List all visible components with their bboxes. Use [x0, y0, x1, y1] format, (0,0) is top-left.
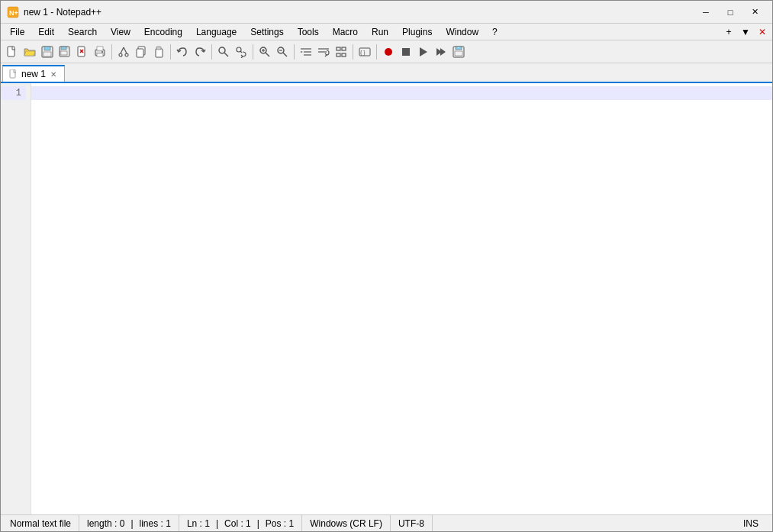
close-file-button[interactable]: [74, 44, 91, 60]
tab-file-icon: [9, 69, 18, 79]
find-button[interactable]: [215, 44, 232, 60]
macro-save-button[interactable]: [450, 44, 467, 60]
svg-rect-22: [137, 49, 143, 57]
editor-area[interactable]: [31, 83, 772, 514]
menu-edit[interactable]: Edit: [32, 24, 60, 40]
status-encoding: UTF-8: [391, 515, 433, 531]
close-file-icon: [76, 46, 89, 58]
toolbar-separator-2: [170, 44, 171, 60]
svg-line-28: [240, 51, 242, 53]
svg-line-19: [121, 47, 124, 53]
tab-close-button[interactable]: ✕: [49, 69, 58, 79]
svg-line-26: [224, 53, 228, 56]
svg-rect-23: [156, 49, 163, 57]
menu-search[interactable]: Search: [62, 24, 103, 40]
svg-point-17: [119, 53, 122, 56]
find-replace-button[interactable]: [233, 44, 250, 60]
stop-icon: [400, 46, 412, 58]
print-button[interactable]: [92, 44, 108, 60]
svg-rect-2: [8, 47, 14, 56]
svg-point-16: [101, 51, 103, 53]
status-length-lines: length : 0 | lines : 1: [79, 515, 179, 531]
lang-icon: { }: [359, 46, 371, 58]
cut-icon: [118, 46, 130, 58]
svg-rect-43: [337, 53, 340, 56]
minimize-button[interactable]: ─: [694, 5, 717, 20]
svg-rect-44: [342, 53, 346, 56]
macro-run-button[interactable]: [433, 44, 449, 60]
svg-marker-49: [420, 47, 427, 56]
tab-label: new 1: [21, 69, 46, 79]
svg-rect-56: [10, 69, 15, 78]
svg-rect-5: [43, 52, 51, 56]
copy-icon: [135, 46, 147, 58]
title-left: N+ new 1 - Notepad++: [7, 6, 101, 18]
zoom-out-button[interactable]: [274, 44, 291, 60]
add-tab-button[interactable]: +: [722, 25, 736, 39]
menu-view[interactable]: View: [105, 24, 137, 40]
macro-stop-button[interactable]: [398, 44, 414, 60]
toolbar-separator-1: [111, 44, 112, 60]
copy-button[interactable]: [133, 44, 150, 60]
svg-rect-48: [402, 48, 410, 56]
title-controls: ─ □ ✕: [694, 5, 766, 20]
editor-container: 1: [1, 83, 772, 514]
toolbar-separator-6: [353, 44, 353, 60]
save-button[interactable]: [39, 44, 56, 60]
title-bar: N+ new 1 - Notepad++ ─ □ ✕: [1, 1, 772, 24]
redo-icon: [194, 46, 206, 58]
find-replace-icon: [235, 46, 247, 58]
menu-file[interactable]: File: [4, 24, 31, 40]
menu-bar: File Edit Search View Encoding Language …: [1, 24, 772, 40]
cursor-line-highlight: [31, 86, 772, 100]
tab-bar: new 1 ✕: [1, 63, 772, 83]
cut-button[interactable]: [115, 44, 132, 60]
close-tab-x-button[interactable]: ✕: [755, 25, 769, 39]
undo-button[interactable]: [174, 44, 191, 60]
status-ins: INS: [736, 515, 766, 531]
menu-encoding[interactable]: Encoding: [138, 24, 188, 40]
menu-settings[interactable]: Settings: [244, 24, 289, 40]
focus-button[interactable]: [333, 44, 349, 60]
menu-macro[interactable]: Macro: [327, 24, 364, 40]
save-all-button[interactable]: [56, 44, 73, 60]
menu-run[interactable]: Run: [366, 24, 395, 40]
line-number-1: 1: [1, 86, 26, 100]
app-icon: N+: [7, 6, 19, 18]
open-file-button[interactable]: [21, 44, 38, 60]
new-file-button[interactable]: [4, 44, 21, 60]
svg-rect-54: [455, 51, 462, 56]
wrap-icon: [317, 46, 330, 58]
svg-rect-8: [60, 51, 67, 55]
open-file-icon: [24, 46, 36, 58]
tab-new1[interactable]: new 1 ✕: [2, 65, 65, 82]
menu-help[interactable]: ?: [486, 24, 504, 40]
tab-list-button[interactable]: ▼: [739, 25, 752, 39]
indent-button[interactable]: [298, 44, 314, 60]
svg-text:N+: N+: [9, 9, 18, 17]
paste-icon: [153, 46, 165, 58]
lang-format-button[interactable]: { }: [356, 44, 373, 60]
menu-plugins[interactable]: Plugins: [396, 24, 438, 40]
svg-line-32: [266, 53, 269, 56]
macro-play-button[interactable]: [415, 44, 432, 60]
menu-language[interactable]: Language: [190, 24, 243, 40]
svg-point-47: [385, 48, 392, 56]
macro-record-button[interactable]: [380, 44, 397, 60]
svg-text:{ }: { }: [360, 50, 366, 56]
paste-button[interactable]: [150, 44, 167, 60]
svg-rect-4: [44, 47, 50, 50]
close-window-button[interactable]: ✕: [743, 5, 766, 20]
save-all-icon: [59, 46, 71, 58]
find-icon: [217, 46, 230, 58]
toolbar-separator-5: [294, 44, 295, 60]
toolbar-separator-7: [376, 44, 377, 60]
menu-tools[interactable]: Tools: [291, 24, 325, 40]
redo-button[interactable]: [192, 44, 208, 60]
menu-right-controls: + ▼ ✕: [722, 25, 769, 39]
word-wrap-button[interactable]: [315, 44, 332, 60]
menu-window[interactable]: Window: [440, 24, 485, 40]
line-numbers: 1: [1, 83, 31, 514]
zoom-in-button[interactable]: [256, 44, 273, 60]
maximize-button[interactable]: □: [719, 5, 742, 20]
